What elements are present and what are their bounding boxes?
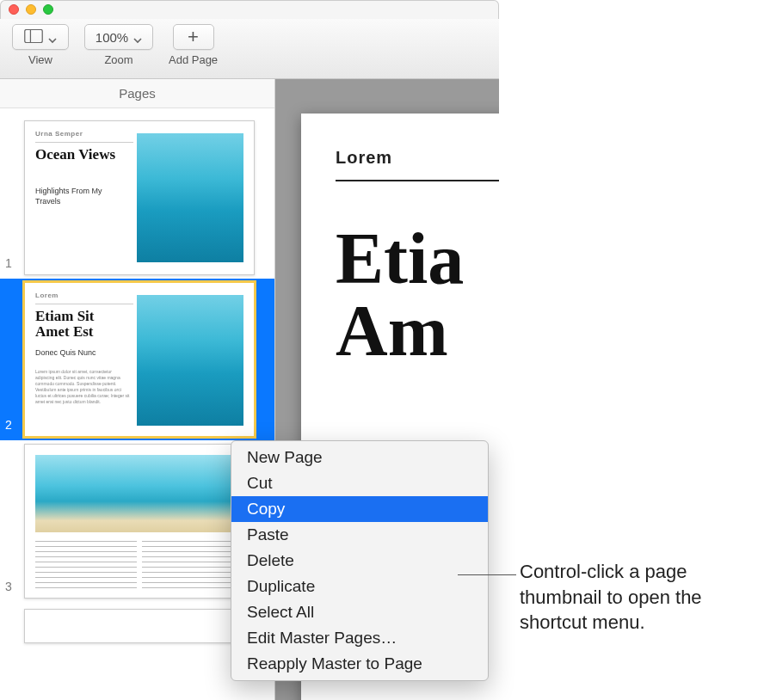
context-menu[interactable]: New Page Cut Copy Paste Delete Duplicate… [231,440,489,681]
menu-select-all[interactable]: Select All [231,599,488,625]
add-page-button[interactable]: + [173,24,214,50]
toolbar: View 100% Zoom + Add Page [0,19,499,79]
menu-new-page[interactable]: New Page [231,445,488,470]
thumb-title: Etiam Sit Amet Est [35,309,130,340]
thumb-column [35,541,137,591]
thumb-subtitle: Donec Quis Nunc [35,348,121,359]
doc-title-line2: Am [336,291,448,371]
page-number: 3 [5,580,12,593]
thumb-photo [137,295,243,426]
doc-kicker: Lorem [336,148,499,168]
chevron-down-icon [133,33,142,41]
window-zoom-button[interactable] [43,4,53,15]
doc-title-line1: Etia [336,218,464,298]
zoom-button[interactable]: 100% [84,24,153,50]
thumb-photo [35,455,243,532]
menu-cut[interactable]: Cut [231,470,488,496]
menu-duplicate[interactable]: Duplicate [231,574,488,599]
zoom-control-group: 100% Zoom [84,24,153,66]
doc-rule [336,180,499,181]
thumb-photo [137,133,243,262]
menu-edit-master-pages[interactable]: Edit Master Pages… [231,625,488,651]
thumb-body: Lorem ipsum dolor sit amet, consectetur … [35,369,130,405]
view-label: View [28,53,52,66]
chevron-down-icon [48,33,57,41]
thumb-rule [35,142,133,143]
menu-reapply-master[interactable]: Reapply Master to Page [231,651,488,677]
thumbnail-preview [24,609,255,643]
page-number: 1 [5,256,12,270]
add-page-group: + Add Page [169,24,218,66]
sidebar-header: Pages [0,79,274,108]
thumbnail-preview: Lorem Etiam Sit Amet Est Donec Quis Nunc… [24,282,255,437]
thumb-column [142,541,243,591]
menu-delete[interactable]: Delete [231,548,488,574]
thumbnail-preview [24,444,255,599]
thumb-title: Ocean Views [35,147,130,163]
thumbnail-preview: Urna Semper Ocean Views Highlights From … [24,120,255,275]
page-thumbnail-1[interactable]: 1 Urna Semper Ocean Views Highlights Fro… [0,117,274,279]
page-number: 2 [5,418,12,432]
svg-rect-0 [25,29,42,42]
page-thumbnail-2[interactable]: 2 Lorem Etiam Sit Amet Est Donec Quis Nu… [0,279,274,440]
zoom-value: 100% [96,30,128,45]
thumb-kicker: Urna Semper [35,130,83,138]
menu-paste[interactable]: Paste [231,522,488,548]
thumb-rule [35,304,133,304]
add-page-label: Add Page [169,53,218,66]
sidebar-icon [24,29,43,46]
callout-text: Control-click a page thumbnail to open t… [520,559,764,636]
view-control-group: View [12,24,69,66]
thumb-subtitle: Highlights From My Travels [35,187,121,206]
plus-icon: + [188,28,199,46]
zoom-label: Zoom [104,53,132,66]
window-close-button[interactable] [9,4,19,15]
view-button[interactable] [12,24,69,50]
menu-copy[interactable]: Copy [231,496,488,522]
titlebar [0,0,499,19]
callout-leader-line [458,574,516,575]
doc-title: Etia Am [336,223,499,367]
thumb-kicker: Lorem [35,292,59,299]
window-minimize-button[interactable] [26,4,36,15]
